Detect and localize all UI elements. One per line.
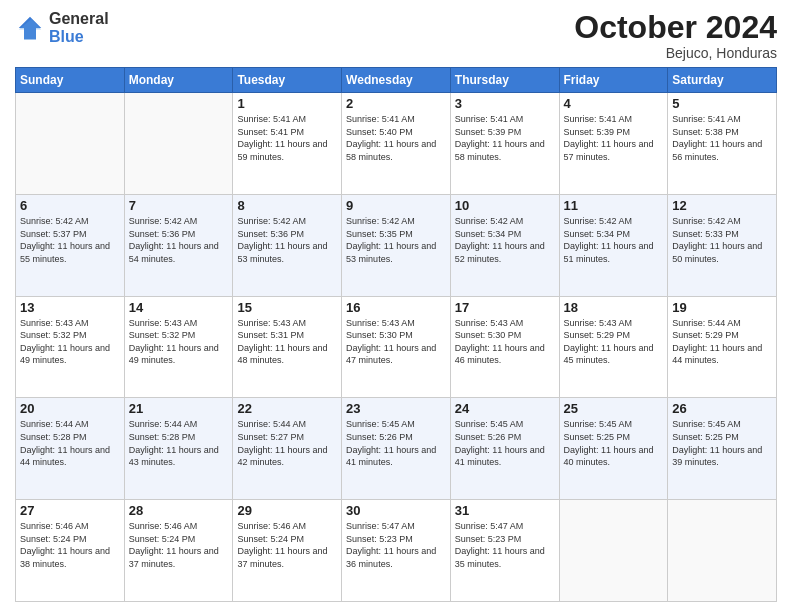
day-number: 17 bbox=[455, 300, 555, 315]
day-info: Sunrise: 5:43 AM Sunset: 5:30 PM Dayligh… bbox=[455, 317, 555, 367]
day-cell: 8Sunrise: 5:42 AM Sunset: 5:36 PM Daylig… bbox=[233, 194, 342, 296]
title-block: October 2024 Bejuco, Honduras bbox=[574, 10, 777, 61]
day-cell: 27Sunrise: 5:46 AM Sunset: 5:24 PM Dayli… bbox=[16, 500, 125, 602]
day-info: Sunrise: 5:42 AM Sunset: 5:35 PM Dayligh… bbox=[346, 215, 446, 265]
day-number: 3 bbox=[455, 96, 555, 111]
day-cell: 24Sunrise: 5:45 AM Sunset: 5:26 PM Dayli… bbox=[450, 398, 559, 500]
day-cell: 26Sunrise: 5:45 AM Sunset: 5:25 PM Dayli… bbox=[668, 398, 777, 500]
day-number: 5 bbox=[672, 96, 772, 111]
day-cell: 28Sunrise: 5:46 AM Sunset: 5:24 PM Dayli… bbox=[124, 500, 233, 602]
day-info: Sunrise: 5:43 AM Sunset: 5:30 PM Dayligh… bbox=[346, 317, 446, 367]
day-number: 20 bbox=[20, 401, 120, 416]
empty-cell bbox=[16, 93, 125, 195]
day-number: 15 bbox=[237, 300, 337, 315]
day-info: Sunrise: 5:44 AM Sunset: 5:28 PM Dayligh… bbox=[129, 418, 229, 468]
day-number: 29 bbox=[237, 503, 337, 518]
day-number: 19 bbox=[672, 300, 772, 315]
day-cell: 12Sunrise: 5:42 AM Sunset: 5:33 PM Dayli… bbox=[668, 194, 777, 296]
day-info: Sunrise: 5:44 AM Sunset: 5:27 PM Dayligh… bbox=[237, 418, 337, 468]
header-friday: Friday bbox=[559, 68, 668, 93]
day-info: Sunrise: 5:41 AM Sunset: 5:39 PM Dayligh… bbox=[564, 113, 664, 163]
calendar-week-row: 27Sunrise: 5:46 AM Sunset: 5:24 PM Dayli… bbox=[16, 500, 777, 602]
logo: General Blue bbox=[15, 10, 109, 45]
empty-cell bbox=[668, 500, 777, 602]
calendar-week-row: 6Sunrise: 5:42 AM Sunset: 5:37 PM Daylig… bbox=[16, 194, 777, 296]
day-info: Sunrise: 5:42 AM Sunset: 5:37 PM Dayligh… bbox=[20, 215, 120, 265]
calendar-week-row: 1Sunrise: 5:41 AM Sunset: 5:41 PM Daylig… bbox=[16, 93, 777, 195]
day-cell: 9Sunrise: 5:42 AM Sunset: 5:35 PM Daylig… bbox=[342, 194, 451, 296]
day-number: 26 bbox=[672, 401, 772, 416]
day-cell: 2Sunrise: 5:41 AM Sunset: 5:40 PM Daylig… bbox=[342, 93, 451, 195]
day-info: Sunrise: 5:46 AM Sunset: 5:24 PM Dayligh… bbox=[20, 520, 120, 570]
day-cell: 15Sunrise: 5:43 AM Sunset: 5:31 PM Dayli… bbox=[233, 296, 342, 398]
day-cell: 23Sunrise: 5:45 AM Sunset: 5:26 PM Dayli… bbox=[342, 398, 451, 500]
day-cell: 31Sunrise: 5:47 AM Sunset: 5:23 PM Dayli… bbox=[450, 500, 559, 602]
day-cell: 5Sunrise: 5:41 AM Sunset: 5:38 PM Daylig… bbox=[668, 93, 777, 195]
day-number: 23 bbox=[346, 401, 446, 416]
day-cell: 18Sunrise: 5:43 AM Sunset: 5:29 PM Dayli… bbox=[559, 296, 668, 398]
day-cell: 4Sunrise: 5:41 AM Sunset: 5:39 PM Daylig… bbox=[559, 93, 668, 195]
header-thursday: Thursday bbox=[450, 68, 559, 93]
day-info: Sunrise: 5:47 AM Sunset: 5:23 PM Dayligh… bbox=[346, 520, 446, 570]
day-info: Sunrise: 5:46 AM Sunset: 5:24 PM Dayligh… bbox=[237, 520, 337, 570]
calendar-table: Sunday Monday Tuesday Wednesday Thursday… bbox=[15, 67, 777, 602]
day-number: 12 bbox=[672, 198, 772, 213]
day-cell: 14Sunrise: 5:43 AM Sunset: 5:32 PM Dayli… bbox=[124, 296, 233, 398]
day-number: 6 bbox=[20, 198, 120, 213]
day-info: Sunrise: 5:47 AM Sunset: 5:23 PM Dayligh… bbox=[455, 520, 555, 570]
day-cell: 22Sunrise: 5:44 AM Sunset: 5:27 PM Dayli… bbox=[233, 398, 342, 500]
day-cell: 3Sunrise: 5:41 AM Sunset: 5:39 PM Daylig… bbox=[450, 93, 559, 195]
day-info: Sunrise: 5:45 AM Sunset: 5:25 PM Dayligh… bbox=[564, 418, 664, 468]
day-info: Sunrise: 5:43 AM Sunset: 5:32 PM Dayligh… bbox=[20, 317, 120, 367]
day-cell: 6Sunrise: 5:42 AM Sunset: 5:37 PM Daylig… bbox=[16, 194, 125, 296]
day-number: 28 bbox=[129, 503, 229, 518]
page-container: General Blue October 2024 Bejuco, Hondur… bbox=[0, 0, 792, 612]
day-number: 11 bbox=[564, 198, 664, 213]
day-info: Sunrise: 5:44 AM Sunset: 5:28 PM Dayligh… bbox=[20, 418, 120, 468]
day-number: 7 bbox=[129, 198, 229, 213]
day-cell: 20Sunrise: 5:44 AM Sunset: 5:28 PM Dayli… bbox=[16, 398, 125, 500]
day-cell: 7Sunrise: 5:42 AM Sunset: 5:36 PM Daylig… bbox=[124, 194, 233, 296]
day-number: 1 bbox=[237, 96, 337, 111]
day-info: Sunrise: 5:45 AM Sunset: 5:25 PM Dayligh… bbox=[672, 418, 772, 468]
day-cell: 21Sunrise: 5:44 AM Sunset: 5:28 PM Dayli… bbox=[124, 398, 233, 500]
calendar-week-row: 13Sunrise: 5:43 AM Sunset: 5:32 PM Dayli… bbox=[16, 296, 777, 398]
day-cell: 29Sunrise: 5:46 AM Sunset: 5:24 PM Dayli… bbox=[233, 500, 342, 602]
location-subtitle: Bejuco, Honduras bbox=[574, 45, 777, 61]
calendar-header-row: Sunday Monday Tuesday Wednesday Thursday… bbox=[16, 68, 777, 93]
day-number: 14 bbox=[129, 300, 229, 315]
day-cell: 30Sunrise: 5:47 AM Sunset: 5:23 PM Dayli… bbox=[342, 500, 451, 602]
logo-icon bbox=[15, 13, 45, 43]
day-info: Sunrise: 5:42 AM Sunset: 5:33 PM Dayligh… bbox=[672, 215, 772, 265]
page-header: General Blue October 2024 Bejuco, Hondur… bbox=[15, 10, 777, 61]
logo-blue-text: Blue bbox=[49, 28, 109, 46]
day-info: Sunrise: 5:42 AM Sunset: 5:36 PM Dayligh… bbox=[129, 215, 229, 265]
day-info: Sunrise: 5:41 AM Sunset: 5:40 PM Dayligh… bbox=[346, 113, 446, 163]
day-number: 8 bbox=[237, 198, 337, 213]
day-number: 18 bbox=[564, 300, 664, 315]
day-cell: 17Sunrise: 5:43 AM Sunset: 5:30 PM Dayli… bbox=[450, 296, 559, 398]
logo-text: General Blue bbox=[49, 10, 109, 45]
day-info: Sunrise: 5:42 AM Sunset: 5:34 PM Dayligh… bbox=[564, 215, 664, 265]
day-number: 4 bbox=[564, 96, 664, 111]
day-number: 25 bbox=[564, 401, 664, 416]
day-cell: 25Sunrise: 5:45 AM Sunset: 5:25 PM Dayli… bbox=[559, 398, 668, 500]
day-info: Sunrise: 5:43 AM Sunset: 5:31 PM Dayligh… bbox=[237, 317, 337, 367]
day-number: 24 bbox=[455, 401, 555, 416]
day-number: 27 bbox=[20, 503, 120, 518]
day-cell: 11Sunrise: 5:42 AM Sunset: 5:34 PM Dayli… bbox=[559, 194, 668, 296]
empty-cell bbox=[124, 93, 233, 195]
month-title: October 2024 bbox=[574, 10, 777, 45]
day-info: Sunrise: 5:44 AM Sunset: 5:29 PM Dayligh… bbox=[672, 317, 772, 367]
day-info: Sunrise: 5:42 AM Sunset: 5:34 PM Dayligh… bbox=[455, 215, 555, 265]
header-sunday: Sunday bbox=[16, 68, 125, 93]
day-number: 30 bbox=[346, 503, 446, 518]
day-cell: 13Sunrise: 5:43 AM Sunset: 5:32 PM Dayli… bbox=[16, 296, 125, 398]
day-number: 13 bbox=[20, 300, 120, 315]
calendar-week-row: 20Sunrise: 5:44 AM Sunset: 5:28 PM Dayli… bbox=[16, 398, 777, 500]
header-wednesday: Wednesday bbox=[342, 68, 451, 93]
day-info: Sunrise: 5:46 AM Sunset: 5:24 PM Dayligh… bbox=[129, 520, 229, 570]
empty-cell bbox=[559, 500, 668, 602]
day-info: Sunrise: 5:45 AM Sunset: 5:26 PM Dayligh… bbox=[346, 418, 446, 468]
header-tuesday: Tuesday bbox=[233, 68, 342, 93]
